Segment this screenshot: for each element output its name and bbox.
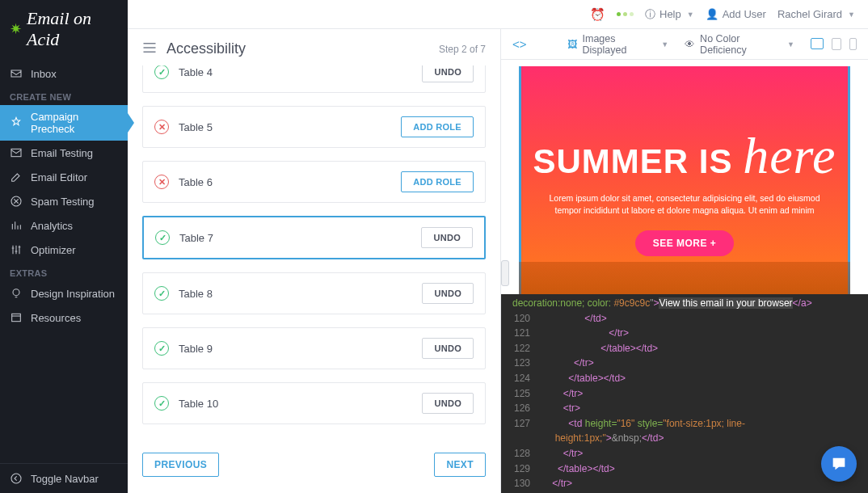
user-name: Rachel Girard [777,8,842,20]
main-area: ⏰ ⓘ Help ▼ 👤 Add User Rachel Girard ▼ [128,0,868,493]
status-ok-icon: ✓ [154,396,169,411]
row-label: Table 5 [179,121,213,133]
user-plus-icon: 👤 [706,8,718,20]
undo-button[interactable]: UNDO [422,283,474,304]
sidebar-item-optimizer[interactable]: Optimizer [0,238,128,262]
status-ok-icon: ✓ [154,65,169,79]
sidebar-item-spam-testing[interactable]: Spam Testing [0,189,128,213]
sidebar-item-label: Analytics [31,220,73,232]
inbox-icon [10,67,23,80]
sidebar-section-create: CREATE NEW [0,86,128,105]
add-user-button[interactable]: 👤 Add User [706,8,766,20]
device-mobile-button[interactable] [849,38,857,50]
toggle-label: Toggle Navbar [31,473,99,485]
collapse-icon [10,472,23,485]
hero-subtitle: Lorem ipsum dolor sit amet, consectetur … [547,192,822,216]
row-label: Table 8 [179,288,213,300]
sidebar-item-analytics[interactable]: Analytics [0,213,128,238]
sidebar-item-label: Resources [31,312,81,324]
chevron-down-icon: ▼ [848,11,855,19]
chevron-down-icon: ▼ [787,40,794,48]
logo: ✷ Email on Acid [0,0,128,61]
shield-icon [10,195,23,208]
preview-panel: <> 🖼 Images Displayed ▼ 👁 No Color Defic… [501,29,868,493]
image-icon: 🖼 [567,39,578,50]
svg-rect-0 [11,149,21,156]
accessibility-panel: Accessibility Step 2 of 7 ✓Table 4UNDO✕T… [128,29,501,493]
sidebar: ✷ Email on Acid Inbox CREATE NEW Campaig… [0,0,128,493]
row-label: Table 7 [179,232,213,244]
table-row[interactable]: ✓Table 4UNDO [142,65,486,93]
device-desktop-button[interactable] [811,38,824,49]
table-rows-list: ✓Table 4UNDO✕Table 5ADD ROLE✕Table 6ADD … [142,65,486,424]
splitter-handle[interactable] [501,260,509,286]
sliders-icon [10,243,23,256]
row-label: Table 6 [179,176,213,188]
sidebar-item-campaign-precheck[interactable]: Campaign Precheck [0,105,128,141]
analytics-icon [10,219,23,232]
sidebar-item-design-inspiration[interactable]: Design Inspiration [0,281,128,305]
code-pane[interactable]: decoration:none; color: #9c9c9c">View th… [501,294,868,493]
hero-title-text: SUMMER IS [533,142,743,180]
status-dots [617,12,634,16]
images-dropdown[interactable]: 🖼 Images Displayed ▼ [567,33,669,56]
resources-icon [10,311,23,324]
color-def-label: No Color Deficiency [700,33,781,56]
table-row[interactable]: ✕Table 6ADD ROLE [142,161,486,203]
undo-button[interactable]: UNDO [422,393,474,414]
chevron-down-icon: ▼ [687,11,694,19]
table-row[interactable]: ✓Table 10UNDO [142,382,486,424]
help-menu[interactable]: ⓘ Help ▼ [645,7,694,22]
add-role-button[interactable]: ADD ROLE [401,116,474,137]
notifications-icon[interactable]: ⏰ [590,7,605,22]
row-label: Table 10 [179,398,218,410]
chat-widget-button[interactable] [821,446,857,482]
bulb-icon [10,287,23,300]
sidebar-item-label: Campaign Precheck [31,111,118,135]
precheck-icon [10,116,23,129]
hero-title-script: here [743,127,836,184]
status-error-icon: ✕ [154,120,169,134]
table-row[interactable]: ✓Table 7UNDO [142,216,486,259]
next-button[interactable]: NEXT [434,453,486,477]
undo-button[interactable]: UNDO [421,227,473,248]
user-menu[interactable]: Rachel Girard ▼ [777,8,855,20]
table-row[interactable]: ✓Table 8UNDO [142,272,486,314]
row-label: Table 4 [179,66,213,78]
sidebar-item-label: Email Testing [31,147,93,159]
svg-point-4 [11,474,21,483]
see-more-button[interactable]: SEE MORE + [635,230,735,256]
hero-image-bg [519,262,850,294]
mail-check-icon [10,146,23,159]
sidebar-item-resources[interactable]: Resources [0,305,128,330]
sidebar-item-label: Optimizer [31,244,76,256]
svg-rect-3 [12,314,21,321]
brand-name: Email on Acid [27,8,118,50]
sidebar-item-email-editor[interactable]: Email Editor [0,165,128,189]
color-deficiency-dropdown[interactable]: 👁 No Color Deficiency ▼ [685,33,794,56]
menu-icon[interactable] [142,42,157,57]
sidebar-item-email-testing[interactable]: Email Testing [0,141,128,165]
step-indicator: Step 2 of 7 [439,44,486,55]
previous-button[interactable]: PREVIOUS [142,453,219,477]
toggle-navbar-button[interactable]: Toggle Navbar [0,464,128,493]
undo-button[interactable]: UNDO [422,65,474,82]
add-user-label: Add User [723,8,766,20]
device-tablet-button[interactable] [832,38,841,50]
table-row[interactable]: ✓Table 9UNDO [142,327,486,369]
sidebar-item-label: Inbox [31,68,57,80]
sidebar-item-label: Design Inspiration [31,288,115,300]
table-row[interactable]: ✕Table 5ADD ROLE [142,106,486,148]
panel-title: Accessibility [166,40,246,57]
sidebar-item-inbox[interactable]: Inbox [0,61,128,86]
logo-icon: ✷ [10,20,22,38]
sidebar-item-label: Spam Testing [31,196,95,208]
email-preview: SUMMER IS here Lorem ipsum dolor sit ame… [501,60,868,294]
help-label: Help [659,8,681,20]
undo-button[interactable]: UNDO [422,338,474,359]
edit-icon [10,171,23,183]
add-role-button[interactable]: ADD ROLE [401,171,474,192]
hero-title: SUMMER IS here [519,126,850,186]
code-toggle-icon[interactable]: <> [512,37,527,51]
images-label: Images Displayed [583,33,655,56]
